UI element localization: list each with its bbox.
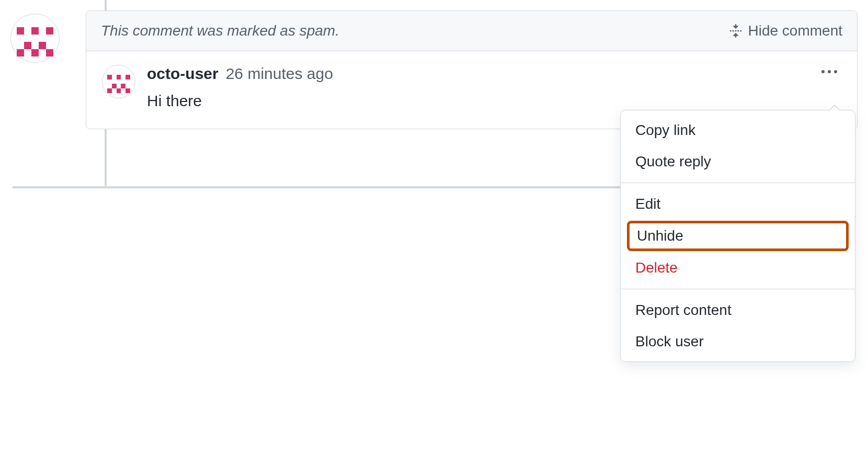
menu-copy-link[interactable]: Copy link	[621, 115, 855, 146]
kebab-dot-icon	[821, 70, 825, 73]
comment-timestamp[interactable]: 26 minutes ago	[226, 65, 333, 83]
kebab-button[interactable]	[817, 66, 841, 77]
comment-meta: octo-user 26 minutes ago Hi there	[147, 65, 841, 110]
kebab-dot-icon	[828, 70, 831, 73]
menu-divider	[621, 289, 855, 289]
menu-quote-reply[interactable]: Quote reply	[621, 146, 855, 177]
menu-report-content[interactable]: Report content	[621, 295, 855, 326]
menu-unhide-highlight: Unhide	[627, 221, 849, 251]
identicon-icon	[17, 20, 53, 56]
hide-comment-button[interactable]: Hide comment	[729, 22, 842, 39]
kebab-menu: Copy link Quote reply Edit Unhide Delete…	[620, 110, 855, 362]
menu-edit[interactable]: Edit	[621, 188, 855, 220]
identicon-icon	[107, 70, 130, 93]
spam-banner-text: This comment was marked as spam.	[101, 22, 339, 39]
spam-header: This comment was marked as spam. Hide co…	[86, 11, 857, 51]
comment-username[interactable]: octo-user	[147, 65, 219, 83]
avatar-inner[interactable]	[102, 65, 135, 98]
menu-unhide[interactable]: Unhide	[637, 228, 839, 244]
comment-text: Hi there	[147, 92, 841, 110]
menu-delete[interactable]: Delete	[621, 252, 855, 284]
kebab-dot-icon	[834, 70, 837, 73]
hide-comment-label: Hide comment	[748, 22, 842, 39]
fold-icon	[729, 24, 743, 38]
menu-divider	[621, 183, 855, 183]
menu-block-user[interactable]: Block user	[621, 326, 855, 357]
avatar-outer[interactable]	[10, 14, 60, 63]
